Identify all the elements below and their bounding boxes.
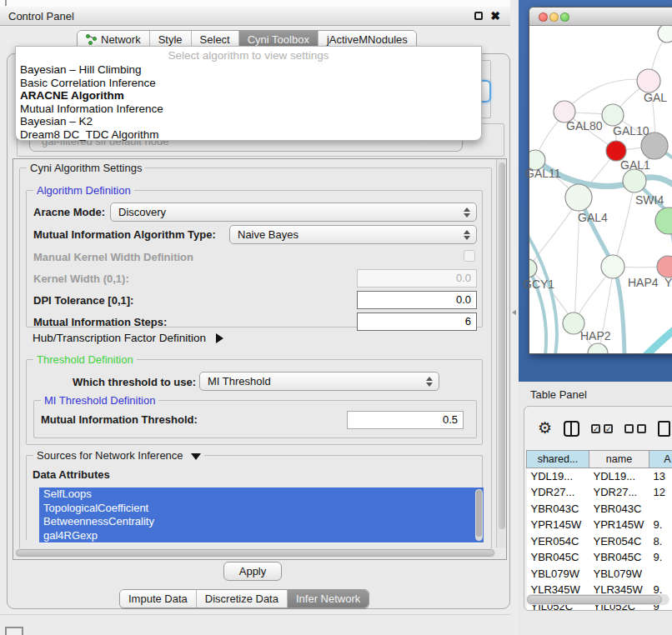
- tab-discretize-data[interactable]: Discretize Data: [197, 590, 288, 608]
- cyni-settings-scrollpane: Cyni Algorithm Settings Algorithm Defini…: [13, 158, 507, 560]
- control-panel-header: Control Panel ✖: [0, 7, 510, 26]
- tab-style-label: Style: [158, 33, 183, 46]
- float-panel-icon[interactable]: [474, 12, 483, 20]
- attribute-item-selected[interactable]: SelfLoops: [39, 488, 484, 502]
- bottom-tabbar: Impute Data Discretize Data Infer Networ…: [119, 589, 369, 608]
- network-graph: [529, 26, 672, 354]
- hub-section-label: Hub/Transcription Factor Definition: [33, 332, 206, 344]
- manual-kernel-label: Manual Kernel Width Definition: [33, 251, 193, 263]
- kernel-width-field[interactable]: 0.0: [357, 269, 477, 288]
- node-label: GAL: [644, 91, 667, 104]
- splitter-collapse-icon[interactable]: [512, 310, 516, 315]
- algorithm-option[interactable]: Mutual Information Inference: [16, 102, 481, 116]
- hub-section-toggle[interactable]: Hub/Transcription Factor Definition: [33, 332, 223, 344]
- node-label: GAL1: [620, 158, 650, 172]
- cyni-algorithm-settings-title: Cyni Algorithm Settings: [27, 162, 145, 174]
- combo-arrows-icon: [464, 207, 471, 218]
- aracne-mode-label: Aracne Mode:: [33, 206, 105, 218]
- node-label: HAP2: [580, 329, 611, 342]
- table-row[interactable]: YDL19...YDL19...13: [527, 468, 672, 485]
- sources-title: Sources for Network Inference: [33, 449, 204, 462]
- table-row[interactable]: YBL079WYBL079W: [527, 566, 672, 582]
- dpi-tolerance-field[interactable]: 0.0: [357, 291, 477, 309]
- manual-kernel-checkbox[interactable]: [464, 250, 475, 262]
- network-icon: [86, 34, 97, 45]
- window-close-icon[interactable]: [539, 12, 548, 22]
- close-panel-icon[interactable]: ✖: [490, 10, 500, 22]
- column-header-name[interactable]: name: [589, 451, 649, 468]
- top-tick: [5, 0, 7, 6]
- which-threshold-label: Which threshold to use:: [73, 376, 196, 388]
- minimized-panel-icon[interactable]: [5, 627, 23, 635]
- mi-threshold-definition-group: MI Threshold Definition Mutual Informati…: [33, 400, 477, 438]
- algorithm-option[interactable]: Basic Correlation Inference: [16, 77, 481, 90]
- mi-threshold-label: Mutual Information Threshold:: [41, 413, 198, 426]
- window-zoom-icon[interactable]: [560, 12, 569, 22]
- panel-splitter[interactable]: [510, 0, 519, 635]
- aracne-mode-value: Discovery: [111, 206, 166, 218]
- gear-icon[interactable]: ⚙: [538, 420, 552, 437]
- bottom-divider: [0, 614, 517, 615]
- dpi-tolerance-label: DPI Tolerance [0,1]:: [33, 294, 133, 307]
- aracne-mode-combobox[interactable]: Discovery: [110, 202, 477, 222]
- mi-type-value: Naive Bayes: [230, 228, 298, 241]
- node-label: GAL80: [566, 119, 603, 132]
- node-label: GAL4: [578, 211, 608, 224]
- mi-threshold-definition-title: MI Threshold Definition: [41, 394, 158, 407]
- which-threshold-combobox[interactable]: MI Threshold: [199, 372, 439, 391]
- collapse-down-icon[interactable]: [191, 453, 201, 460]
- combo-arrows-icon: [426, 376, 434, 388]
- column-header-clipped[interactable]: A: [649, 451, 672, 468]
- tab-discretize-data-label: Discretize Data: [205, 592, 278, 605]
- table-row[interactable]: YBR045CYBR045C9.: [527, 549, 672, 566]
- network-canvas[interactable]: [529, 26, 672, 354]
- settings-vertical-scrollbar[interactable]: [496, 159, 506, 548]
- algorithm-option[interactable]: Bayesian – K2: [16, 115, 481, 128]
- table-row[interactable]: YDR27...YDR27...12: [527, 484, 672, 501]
- table-row[interactable]: YPR145WYPR145W9.: [527, 517, 672, 533]
- attributes-scrollbar[interactable]: [475, 489, 483, 541]
- algorithm-option-selected[interactable]: ARACNE Algorithm: [16, 89, 481, 102]
- mi-steps-label: Mutual Information Steps:: [33, 316, 167, 328]
- mi-type-combobox[interactable]: Naive Bayes: [229, 225, 477, 244]
- export-table-icon[interactable]: [658, 421, 670, 437]
- tab-jactivemnodules-label: jActiveMNodules: [327, 33, 408, 46]
- select-all-icon[interactable]: ✓✓: [591, 424, 613, 433]
- tab-impute-data[interactable]: Impute Data: [120, 590, 197, 608]
- node-label: GAL10: [613, 124, 649, 138]
- algorithm-popup-placeholder: Select algorithm to view settings: [16, 48, 481, 63]
- data-attributes-label: Data Attributes: [33, 468, 110, 481]
- node-label: HAP4: [628, 276, 659, 289]
- kernel-width-label: Kernel Width (0,1):: [33, 272, 129, 285]
- table-row[interactable]: YBR043CYBR043C: [527, 501, 672, 518]
- apply-button[interactable]: Apply: [223, 562, 282, 581]
- tab-impute-data-label: Impute Data: [128, 592, 188, 605]
- mi-steps-field[interactable]: 6: [357, 312, 477, 331]
- deselect-all-icon[interactable]: [624, 424, 646, 433]
- column-header-shared-name[interactable]: shared...: [527, 451, 589, 468]
- node-label: GCY1: [523, 278, 554, 291]
- attribute-item-selected[interactable]: gal4RGexp: [39, 529, 484, 543]
- node-table: shared... name A YDL19...YDL19...13 YDR2…: [526, 450, 672, 611]
- split-columns-icon[interactable]: [564, 421, 579, 437]
- mi-threshold-field[interactable]: 0.5: [347, 411, 464, 429]
- algorithm-option[interactable]: Bayesian – Hill Climbing: [16, 63, 481, 77]
- expand-right-icon: [216, 333, 223, 343]
- tab-infer-network[interactable]: Infer Network: [288, 590, 369, 608]
- sources-title-text: Sources for Network Inference: [37, 449, 183, 462]
- mi-type-label: Mutual Information Algorithm Type:: [33, 228, 216, 241]
- application-root: Control Panel ✖ Network Style Select Cyn…: [0, 0, 672, 635]
- algorithm-option[interactable]: Dream8 DC_TDC Algorithm: [16, 128, 481, 142]
- table-row[interactable]: YER054CYER054C8.: [527, 533, 672, 550]
- network-window-titlebar[interactable]: [529, 8, 672, 26]
- table-horizontal-scrollbar[interactable]: [526, 594, 669, 605]
- attribute-item-selected[interactable]: BetweennessCentrality: [39, 515, 484, 529]
- window-minimize-icon[interactable]: [549, 12, 559, 22]
- attribute-item-selected[interactable]: TopologicalCoefficient: [39, 502, 484, 516]
- network-window[interactable]: [529, 7, 672, 354]
- settings-horizontal-scrollbar[interactable]: [15, 548, 497, 558]
- tab-cyni-toolbox-label: Cyni Toolbox: [248, 33, 309, 46]
- data-attributes-list[interactable]: SelfLoops TopologicalCoefficient Between…: [39, 488, 484, 543]
- node-label: GAL11: [525, 167, 561, 180]
- tab-infer-network-label: Infer Network: [296, 592, 360, 605]
